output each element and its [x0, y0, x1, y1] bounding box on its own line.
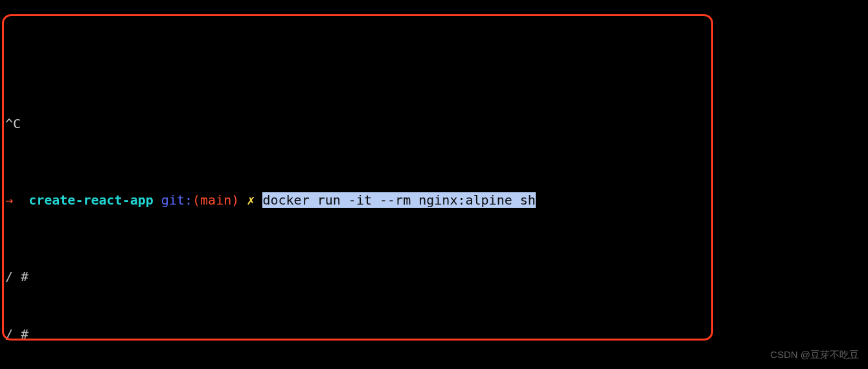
shell-line: / # [5, 267, 863, 287]
partial-line: ^C [5, 115, 863, 134]
highlighted-command[interactable]: docker run -it --rm nginx:alpine sh [262, 192, 535, 208]
paren-close: ) [231, 192, 239, 208]
git-label: git: [161, 192, 192, 208]
watermark: CSDN @豆芽不吃豆 [770, 345, 859, 364]
terminal-screen[interactable]: ^C → create-react-app git:(main) ✗ docke… [0, 76, 868, 369]
cwd: create-react-app [29, 192, 154, 208]
paren-open: ( [192, 192, 200, 208]
git-branch: main [200, 192, 231, 208]
prompt-arrow-icon: → [5, 192, 13, 208]
shell-line: / # [5, 325, 863, 344]
prompt-line-1[interactable]: → create-react-app git:(main) ✗ docker r… [5, 191, 863, 210]
dirty-icon: ✗ [247, 192, 255, 208]
